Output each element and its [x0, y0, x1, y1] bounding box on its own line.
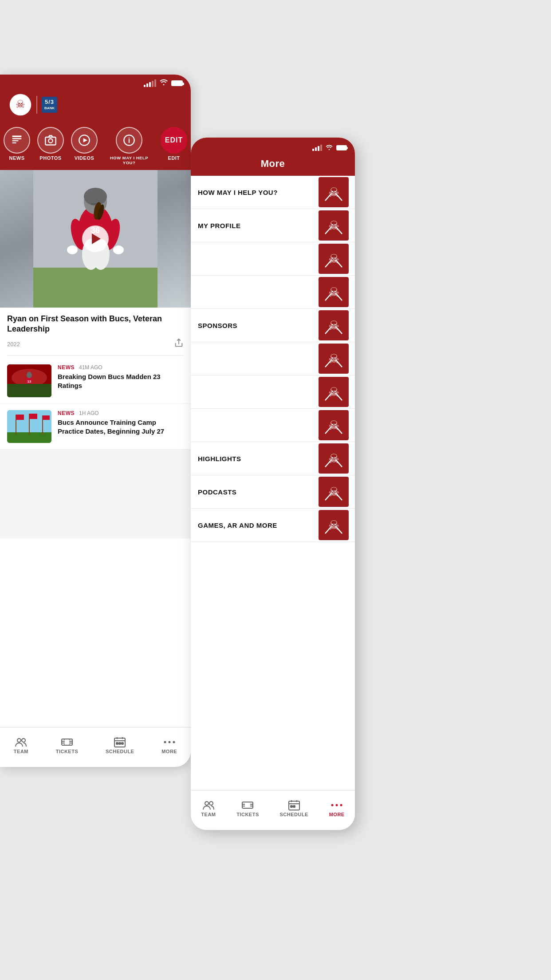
nav-item-photos[interactable]: PHOTOS: [34, 124, 67, 170]
hero-date: 2022: [7, 341, 20, 348]
phone1-tabbar: TEAM TICKETS S: [0, 727, 191, 767]
tab-tickets[interactable]: TICKETS: [56, 737, 79, 754]
phone2-screen: More HOW MAY I HELP YOU? ☠ MY PROFILE: [191, 138, 355, 830]
skull-icon-7: ☠: [322, 380, 346, 404]
svg-rect-5: [12, 142, 16, 143]
tab-schedule[interactable]: SCHEDULE: [106, 737, 134, 754]
more-item-profile[interactable]: MY PROFILE ☠: [191, 209, 355, 242]
more-item-podcasts-left: PODCASTS: [198, 488, 319, 496]
svg-point-43: [22, 739, 25, 742]
tab-more[interactable]: MORE: [161, 737, 177, 754]
more-icon: [163, 737, 176, 747]
svg-text:☠: ☠: [16, 98, 25, 110]
svg-rect-37: [16, 415, 24, 420]
svg-rect-39: [29, 414, 37, 419]
news-content-2: NEWS 1H AGO Bucs Announce Training Camp …: [58, 410, 184, 443]
svg-point-59: [168, 741, 170, 743]
sponsor-logo: 5/3 BANK: [42, 97, 57, 112]
more-menu-list: HOW MAY I HELP YOU? ☠ MY PROFILE ☠: [191, 176, 355, 542]
phone2-tab-team[interactable]: TEAM: [201, 800, 216, 817]
play-icon: [92, 233, 101, 244]
svg-point-42: [17, 739, 21, 742]
more-item-podcasts-thumb: ☠: [319, 477, 349, 507]
photos-circle: [37, 127, 64, 154]
more-item-7[interactable]: ☠: [191, 375, 355, 409]
edit-circle: EDIT: [161, 127, 187, 154]
svg-text:☠: ☠: [328, 219, 339, 233]
svg-text:☠: ☠: [328, 319, 339, 332]
phone2-tab-schedule[interactable]: SCHEDULE: [279, 800, 308, 817]
phone2-tabbar: TEAM TICKETS SCHEDULE: [191, 790, 355, 830]
more-item-highlights-thumb: ☠: [319, 443, 349, 474]
skull-icon-4: ☠: [322, 280, 346, 304]
play-button[interactable]: [82, 225, 109, 252]
more-item-3[interactable]: ☠: [191, 242, 355, 276]
more-item-4[interactable]: ☠: [191, 276, 355, 309]
svg-point-23: [67, 245, 78, 254]
schedule-icon: [114, 737, 126, 747]
phone1-header: ☠ 5/3 BANK NEWS: [0, 75, 191, 170]
nav-item-help[interactable]: i HOW MAY I HELP YOU?: [101, 124, 157, 170]
signal-icon: [144, 79, 156, 87]
svg-text:☠: ☠: [328, 452, 339, 466]
tab-more-label: MORE: [161, 749, 177, 754]
svg-rect-116: [291, 806, 292, 807]
news-thumb-1: 13: [7, 364, 51, 397]
tab-schedule-label: SCHEDULE: [106, 749, 134, 754]
svg-point-120: [340, 804, 342, 806]
more-item-games[interactable]: GAMES, AR AND MORE ☠: [191, 509, 355, 542]
phone2-tab-tickets[interactable]: TICKETS: [236, 800, 259, 817]
more-item-6[interactable]: ☠: [191, 342, 355, 375]
more-item-help-thumb: ☠: [319, 177, 349, 207]
phone2-tab-tickets-label: TICKETS: [236, 812, 259, 817]
svg-point-24: [113, 245, 124, 254]
phone2-title: More: [261, 158, 285, 170]
svg-point-119: [336, 804, 338, 806]
svg-rect-107: [242, 802, 253, 808]
more-item-podcasts[interactable]: PODCASTS ☠: [191, 475, 355, 509]
more-item-profile-thumb: ☠: [319, 210, 349, 241]
svg-rect-3: [12, 138, 22, 139]
more-item-sponsors[interactable]: SPONSORS ☠: [191, 309, 355, 342]
svg-text:☠: ☠: [328, 186, 339, 199]
nav-item-videos[interactable]: VIDEOS: [67, 124, 101, 170]
team-icon: [15, 737, 27, 747]
phone2-schedule-icon: [288, 800, 300, 810]
phone2-battery-icon: [336, 145, 347, 150]
svg-rect-4: [12, 140, 19, 141]
phone2-tab-more[interactable]: MORE: [329, 800, 345, 817]
svg-rect-41: [43, 415, 50, 420]
edit-text: EDIT: [165, 136, 183, 144]
news-item-1[interactable]: 13 NEWS 41M AGO Breaking Down Bucs Madde…: [0, 358, 191, 404]
svg-rect-117: [293, 806, 295, 807]
news-tag-2: NEWS: [58, 410, 75, 416]
news-image-2: [7, 410, 51, 443]
more-item-highlights[interactable]: HIGHLIGHTS ☠: [191, 442, 355, 475]
svg-text:☠: ☠: [328, 285, 339, 299]
nav-item-edit[interactable]: EDIT EDIT: [157, 124, 191, 170]
hero-section[interactable]: 36: [0, 170, 191, 308]
share-icon[interactable]: [174, 338, 184, 351]
news-time-1: 41M AGO: [79, 364, 102, 371]
news-tag-row-1: NEWS 41M AGO: [58, 364, 184, 371]
help-circle: i: [116, 127, 142, 154]
news-item-2[interactable]: NEWS 1H AGO Bucs Announce Training Camp …: [0, 404, 191, 450]
more-item-8[interactable]: ☠: [191, 409, 355, 442]
svg-rect-56: [119, 743, 121, 744]
svg-text:☠: ☠: [328, 385, 339, 399]
logo-bar: ☠ 5/3 BANK: [0, 90, 191, 122]
phone2-signal-icon: [312, 145, 322, 151]
more-item-podcasts-label: PODCASTS: [198, 488, 319, 496]
phone2-tab-more-label: MORE: [329, 812, 345, 817]
svg-rect-2: [12, 136, 22, 138]
skull-icon-11: ☠: [322, 513, 346, 537]
nav-item-news[interactable]: NEWS: [0, 124, 34, 170]
phone2-tickets-icon: [241, 800, 254, 810]
buccaneers-logo: ☠: [9, 93, 32, 116]
skull-icon-2: ☠: [322, 213, 346, 237]
svg-text:☠: ☠: [328, 518, 339, 532]
tab-team[interactable]: TEAM: [14, 737, 28, 754]
svg-text:13: 13: [28, 379, 31, 383]
phone2-more-icon: [331, 800, 343, 810]
more-item-help[interactable]: HOW MAY I HELP YOU? ☠: [191, 176, 355, 209]
